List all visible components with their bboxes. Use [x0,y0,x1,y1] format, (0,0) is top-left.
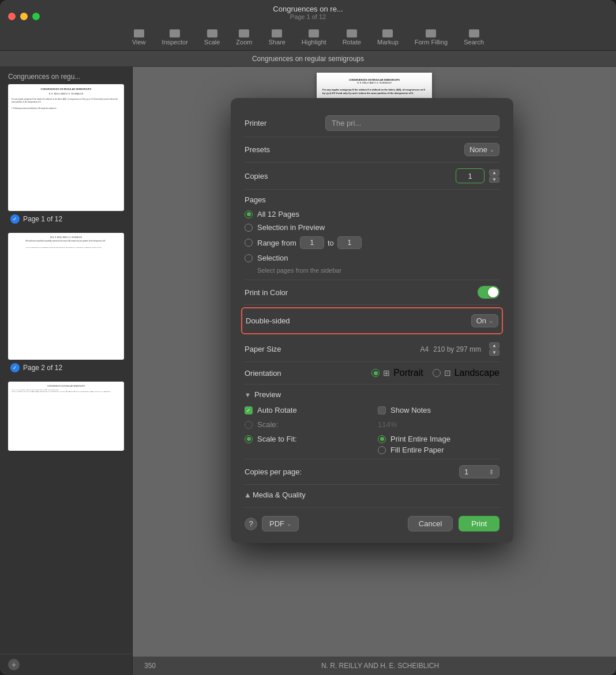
presets-select[interactable]: None ⌄ [464,143,499,156]
show-notes-checkbox[interactable] [378,406,386,414]
show-notes-row[interactable]: Show Notes [378,406,499,414]
toolbar-zoom[interactable]: Zoom [236,29,252,46]
portrait-icon: ⊞ [383,368,390,378]
pages-range-row[interactable]: Range from 1 to 1 [245,236,499,249]
portrait-option[interactable]: ⊞ Portrait [371,368,423,378]
toolbar-rotate[interactable]: Rotate [343,29,361,46]
copies-input[interactable]: 1 [456,168,484,183]
markup-icon [382,29,393,37]
toolbar-form-filling[interactable]: Form Filling [415,29,448,46]
pdf-chevron-icon: ⌄ [287,521,291,527]
view-icon [134,29,144,37]
chevron-right-icon: ▶ [244,493,250,497]
toolbar-search[interactable]: Search [464,29,484,46]
auto-rotate-row[interactable]: Auto Rotate [245,406,366,414]
double-sided-select[interactable]: On ⌄ [471,314,498,327]
dialog-bottom-right: Cancel Print [408,516,499,531]
list-item[interactable]: CONGRUENCES ON REGULAR SEMIGROUPS N. R. … [8,84,124,225]
pages-all-radio[interactable] [245,210,253,218]
media-quality-section[interactable]: ▶ Media & Quality [245,484,499,504]
toolbar-highlight[interactable]: Highlight [302,29,326,46]
page-thumb-1: CONGRUENCES ON REGULAR SEMIGROUPS N. R. … [8,84,124,211]
copies-per-page-controls: 1 ⬍ [459,465,499,478]
page-2-check: ✓ [10,363,20,372]
pages-range-radio[interactable] [245,239,253,247]
list-item[interactable]: CONGRUENCES ON REGULAR SEMIGROUPS (E) in… [8,382,124,451]
toolbar: View Inspector Scale Zoom Share Highligh… [0,29,616,46]
orientation-label: Orientation [245,369,325,378]
print-color-toggle[interactable] [478,286,499,299]
paper-size-down[interactable]: ▼ [489,349,499,356]
pdf-label: PDF [269,519,284,528]
range-from-input[interactable]: 1 [300,236,324,249]
double-sided-row: Double-sided On ⌄ [241,307,503,334]
orientation-row: Orientation ⊞ Portrait ⊡ Landscape [245,362,499,384]
copies-decrement[interactable]: ▼ [489,176,499,183]
close-button[interactable] [8,13,16,20]
zoom-icon [239,29,249,37]
toolbar-view[interactable]: View [132,29,146,46]
fill-paper-radio[interactable] [378,446,386,454]
print-color-row: Print in Color [245,280,499,305]
help-button[interactable]: ? [245,518,257,530]
portrait-radio[interactable] [371,369,380,377]
printer-label: Printer [245,119,325,127]
sidebar-pages[interactable]: CONGRUENCES ON REGULAR SEMIGROUPS N. R. … [0,84,132,654]
print-entire-row[interactable]: Print Entire Image [378,435,499,443]
inspector-icon [170,29,180,37]
presets-label: Presets [245,145,325,154]
scale-to-fit-row[interactable]: Scale to Fit: [245,435,366,443]
printer-row: Printer The pri... [245,110,499,137]
landscape-option[interactable]: ⊡ Landscape [433,368,499,378]
landscape-radio[interactable] [433,369,441,377]
page-number-left: 350 [133,662,156,670]
auto-rotate-checkbox[interactable] [245,406,253,414]
toolbar-share[interactable]: Share [268,29,285,46]
scale-value-row: 114% [378,420,499,429]
copies-increment[interactable]: ▲ [489,169,499,176]
scale-radio[interactable] [245,421,253,429]
printer-field[interactable]: The pri... [325,115,499,131]
copies-per-page-stepper-icon: ⬍ [489,468,494,476]
presets-select-text: None [469,145,487,154]
fill-paper-row[interactable]: Fill Entire Paper [378,446,499,454]
maximize-button[interactable] [32,13,40,20]
preview-right: Show Notes 114% Print Entire Image Fill … [378,406,499,454]
scale-to-fit-radio[interactable] [245,435,253,443]
sidebar-add-button[interactable]: + [8,659,20,670]
print-button[interactable]: Print [459,516,499,531]
copies-per-page-select[interactable]: 1 ⬍ [459,465,499,478]
print-color-value [325,286,499,299]
printer-value: The pri... [325,115,499,131]
scale-label: Scale: [257,420,278,429]
copies-value-area: 1 ▲ ▼ [325,168,499,183]
toolbar-markup[interactable]: Markup [377,29,399,46]
paper-size-up[interactable]: ▲ [489,342,499,349]
scale-icon [207,29,217,37]
toolbar-inspector[interactable]: Inspector [162,29,188,46]
pages-selection-row[interactable]: Selection [245,254,499,262]
doc-title: Congruences on re... [273,5,343,13]
pages-selection-preview-radio[interactable] [245,224,253,232]
pages-selection-preview-label: Selection in Preview [257,223,325,232]
toolbar-scale[interactable]: Scale [204,29,220,46]
pages-selection-preview-row[interactable]: Selection in Preview [245,223,499,232]
traffic-lights [8,13,40,20]
print-dialog: Printer The pri... Presets None ⌄ Copies… [231,98,513,543]
paper-size-value: A4 210 by 297 mm ▲ ▼ [325,342,499,356]
pages-selection-radio[interactable] [245,254,253,262]
pdf-button[interactable]: PDF ⌄ [262,516,299,531]
minimize-button[interactable] [20,13,28,20]
list-item[interactable]: 88 N. R. REILLY AND H. E. SCHEIBLICH We … [8,233,124,374]
range-to-input[interactable]: 1 [337,236,362,249]
orientation-options: ⊞ Portrait ⊡ Landscape [325,368,499,378]
preview-header[interactable]: ▼ Preview [245,390,499,399]
print-entire-radio[interactable] [378,435,386,443]
preview-grid: Auto Rotate Scale: Scale to Fit: [245,406,499,454]
cancel-button[interactable]: Cancel [408,516,453,531]
pages-all-row[interactable]: All 12 Pages [245,210,499,218]
double-sided-label: Double-sided [246,316,326,325]
landscape-icon: ⊡ [444,368,451,378]
scale-options: Print Entire Image Fill Entire Paper [378,435,499,454]
author-center: N. R. REILLY AND H. E. SCHEIBLICH [321,662,439,670]
